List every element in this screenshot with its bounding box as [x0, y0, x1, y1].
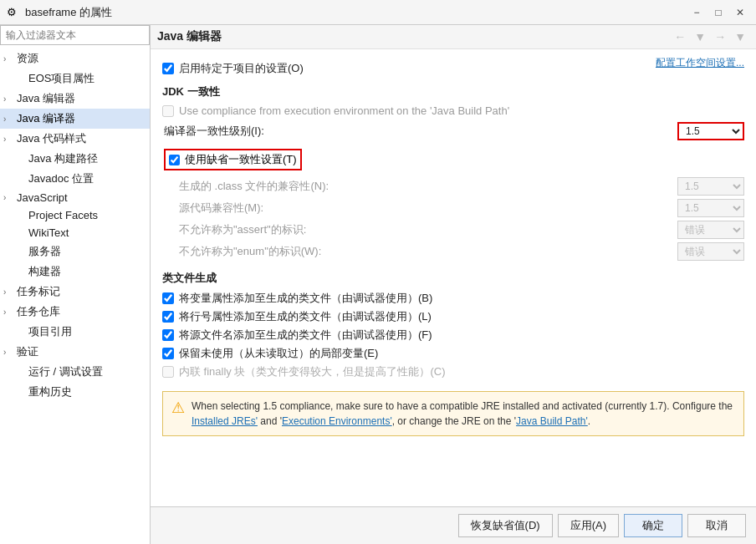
classfile-option-checkbox — [162, 366, 174, 378]
java-build-path-link[interactable]: Java Build Path' — [516, 415, 588, 427]
chevron-right-icon: › — [3, 94, 13, 104]
forward-dropdown-button[interactable]: ▼ — [731, 28, 749, 45]
sidebar-item-label: Javadoc 位置 — [28, 171, 94, 186]
classfile-option-row: 将行号属性添加至生成的类文件（由调试器使用）(L) — [162, 309, 744, 324]
window-controls: − □ ✕ — [687, 3, 749, 22]
chevron-right-icon: › — [3, 114, 13, 124]
sidebar-item-label: 验证 — [17, 344, 38, 359]
chevron-right-icon: › — [3, 308, 13, 317]
chevron-right-icon: › — [3, 54, 13, 64]
title-bar: ⚙ baseframe 的属性 − □ ✕ — [0, 0, 756, 25]
sidebar-item-label: 任务标记 — [17, 284, 60, 299]
warning-text: When selecting 1.5 compliance, make sure… — [192, 399, 735, 429]
sidebar-item-JavaScript[interactable]: ›JavaScript — [0, 189, 150, 206]
sub-setting-row: 源代码兼容性(M):1.5 — [162, 199, 744, 217]
sidebar-item-label: EOS项目属性 — [28, 71, 94, 86]
sub-setting-select: 1.5 — [677, 199, 744, 217]
app-icon: ⚙ — [7, 6, 20, 19]
sidebar-item-Javadoc位置[interactable]: Javadoc 位置 — [0, 169, 150, 189]
classfile-option-label: 将行号属性添加至生成的类文件（由调试器使用）(L) — [179, 309, 432, 324]
classfile-option-checkbox[interactable] — [162, 311, 174, 323]
ok-button[interactable]: 确定 — [624, 514, 682, 537]
classfile-option-row: 将变量属性添加至生成的类文件（由调试器使用）(B) — [162, 291, 744, 306]
toolbar-actions: ← ▼ → ▼ — [671, 28, 749, 45]
apply-button[interactable]: 应用(A) — [558, 514, 619, 537]
chevron-right-icon: › — [3, 193, 13, 202]
classfile-option-label: 将变量属性添加至生成的类文件（由调试器使用）(B) — [179, 291, 432, 306]
content-body: 配置工作空间设置... 启用特定于项目的设置(O) JDK 一致性 Use co… — [151, 49, 756, 506]
classfile-option-label: 内联 finally 块（类文件变得较大，但是提高了性能）(C) — [179, 364, 446, 379]
forward-button[interactable]: → — [711, 28, 729, 45]
minimize-button[interactable]: − — [687, 3, 706, 22]
sidebar-item-Java构建路径[interactable]: Java 构建路径 — [0, 149, 150, 169]
sidebar-item-label: Java 构建路径 — [28, 151, 98, 166]
sidebar-item-label: WikiText — [28, 226, 69, 239]
sidebar-item-label: 资源 — [17, 51, 38, 66]
classfile-option-label: 将源文件名添加至生成的类文件（由调试器使用）(F) — [179, 328, 432, 343]
sub-setting-row: 不允许称为"enum"的标识(W):错误 — [162, 242, 744, 261]
compliance-level-select[interactable]: 1.5 1.6 1.7 — [677, 122, 744, 140]
sub-setting-select: 错误 — [677, 221, 744, 239]
sidebar-item-label: 服务器 — [28, 244, 61, 259]
sidebar-item-验证[interactable]: ›验证 — [0, 342, 150, 362]
classfile-option-checkbox[interactable] — [162, 329, 174, 341]
sidebar-item-label: 重构历史 — [28, 384, 72, 399]
sidebar-item-Java编辑器[interactable]: ›Java 编辑器 — [0, 89, 150, 109]
sidebar-item-WikiText[interactable]: WikiText — [0, 224, 150, 241]
sidebar-item-Java编译器[interactable]: ›Java 编译器 — [0, 109, 150, 129]
chevron-right-icon: › — [3, 348, 13, 357]
restore-defaults-button[interactable]: 恢复缺省值(D) — [458, 514, 553, 537]
content-area: Java 编辑器 ← ▼ → ▼ 配置工作空间设置... 启用特定于项目的设置(… — [151, 25, 756, 544]
enable-project-settings-checkbox[interactable] — [162, 63, 174, 74]
jdk-section-title: JDK 一致性 — [162, 84, 744, 99]
sidebar-item-项目引用[interactable]: 项目引用 — [0, 322, 150, 342]
title-bar-left: ⚙ baseframe 的属性 — [7, 5, 112, 20]
sidebar-item-label: Java 代码样式 — [17, 131, 86, 146]
sidebar-item-重构历史[interactable]: 重构历史 — [0, 382, 150, 402]
sidebar: ›资源EOS项目属性›Java 编辑器›Java 编译器›Java 代码样式Ja… — [0, 25, 151, 544]
sidebar-item-label: JavaScript — [17, 191, 68, 204]
classfile-option-checkbox[interactable] — [162, 348, 174, 359]
sidebar-item-任务仓库[interactable]: ›任务仓库 — [0, 302, 150, 322]
sidebar-item-服务器[interactable]: 服务器 — [0, 241, 150, 262]
sidebar-item-label: 构建器 — [28, 264, 61, 279]
sidebar-item-资源[interactable]: ›资源 — [0, 48, 150, 69]
content-title: Java 编辑器 — [157, 29, 222, 44]
filter-input[interactable] — [0, 25, 150, 45]
back-button[interactable]: ← — [671, 28, 689, 45]
workspace-settings-link[interactable]: 配置工作空间设置... — [656, 56, 744, 70]
sidebar-item-任务标记[interactable]: ›任务标记 — [0, 282, 150, 302]
sub-settings: 生成的 .class 文件的兼容性(N):1.5源代码兼容性(M):1.5不允许… — [162, 177, 744, 261]
use-compliance-checkbox — [162, 105, 174, 117]
sub-setting-label: 不允许称为"assert"的标识: — [162, 222, 677, 237]
classfile-option-row: 将源文件名添加至生成的类文件（由调试器使用）(F) — [162, 328, 744, 343]
warning-box: ⚠ When selecting 1.5 compliance, make su… — [162, 391, 744, 436]
sidebar-item-Java代码样式[interactable]: ›Java 代码样式 — [0, 129, 150, 149]
classfile-option-row: 保留未使用（从未读取过）的局部变量(E) — [162, 346, 744, 361]
use-compliance-row: Use compliance from execution environmen… — [162, 104, 744, 117]
use-default-checkbox[interactable] — [169, 155, 180, 165]
close-button[interactable]: ✕ — [731, 3, 749, 22]
sidebar-item-ProjectFacets[interactable]: Project Facets — [0, 206, 150, 224]
installed-jres-link[interactable]: Installed JREs' — [192, 415, 258, 427]
main-layout: ›资源EOS项目属性›Java 编辑器›Java 编译器›Java 代码样式Ja… — [0, 25, 756, 544]
classfile-option-checkbox[interactable] — [162, 292, 174, 304]
compliance-level-row: 编译器一致性级别(I): 1.5 1.6 1.7 — [162, 122, 744, 140]
back-dropdown-button[interactable]: ▼ — [691, 28, 709, 45]
use-compliance-label: Use compliance from execution environmen… — [179, 104, 509, 117]
maximize-button[interactable]: □ — [709, 3, 728, 22]
sidebar-item-构建器[interactable]: 构建器 — [0, 262, 150, 282]
sidebar-item-label: Project Facets — [28, 209, 98, 221]
execution-env-link[interactable]: Execution Environments' — [282, 415, 392, 427]
sub-setting-label: 生成的 .class 文件的兼容性(N): — [162, 179, 677, 194]
compliance-level-label: 编译器一致性级别(I): — [162, 124, 677, 139]
sidebar-item-运行/调试设置[interactable]: 运行 / 调试设置 — [0, 362, 150, 382]
chevron-right-icon: › — [3, 135, 13, 144]
warning-icon: ⚠ — [171, 397, 185, 419]
sidebar-item-EOS项目属性[interactable]: EOS项目属性 — [0, 69, 150, 89]
content-toolbar: Java 编辑器 ← ▼ → ▼ — [151, 25, 756, 49]
cancel-button[interactable]: 取消 — [687, 514, 746, 537]
classfile-option-row: 内联 finally 块（类文件变得较大，但是提高了性能）(C) — [162, 364, 744, 379]
sub-setting-label: 源代码兼容性(M): — [162, 201, 677, 216]
sidebar-item-label: 运行 / 调试设置 — [28, 364, 103, 379]
